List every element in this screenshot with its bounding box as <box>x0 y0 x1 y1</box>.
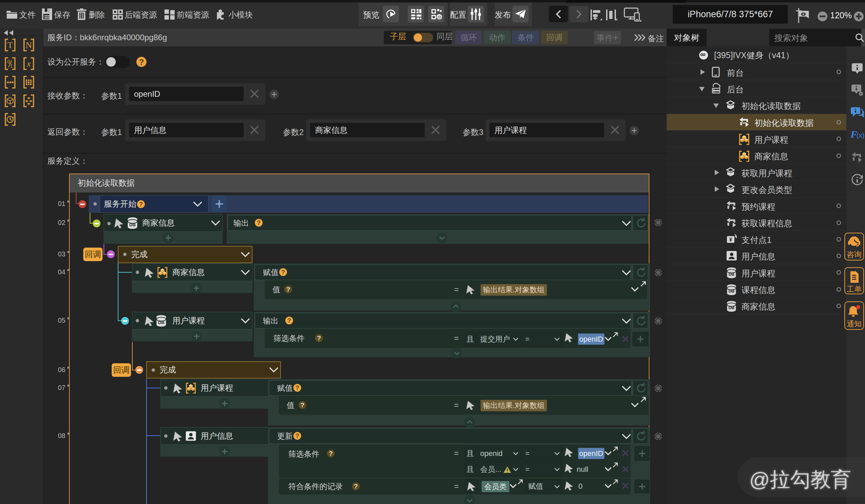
svg-text:@: @ <box>437 14 442 20</box>
svg-text:DB: DB <box>729 305 735 310</box>
svg-text:T: T <box>8 40 13 50</box>
svg-text:DB: DB <box>729 289 735 294</box>
svg-text:DB: DB <box>729 272 735 277</box>
svg-text:¥: ¥ <box>729 237 733 243</box>
svg-text:(x): (x) <box>856 132 864 139</box>
svg-text:F: F <box>850 129 857 140</box>
svg-text:N: N <box>26 40 32 50</box>
svg-text:DB: DB <box>129 222 136 227</box>
svg-text:x: x <box>26 59 31 69</box>
svg-text:DB: DB <box>158 320 164 325</box>
